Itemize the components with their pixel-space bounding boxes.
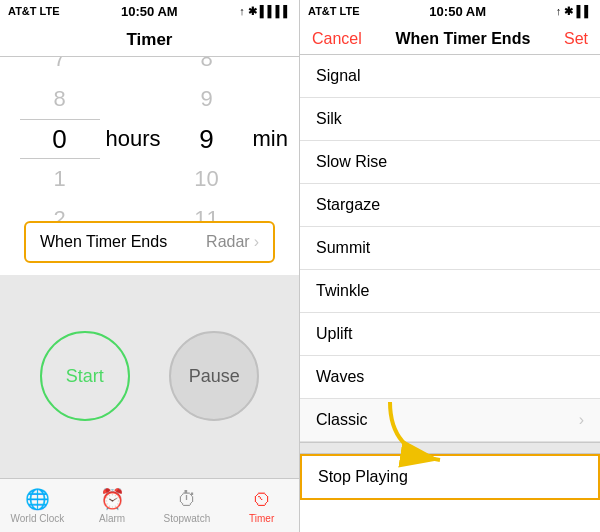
buttons-area: Start Pause: [0, 275, 299, 479]
min-item-9b: 9: [167, 79, 247, 119]
hour-selected: 0: [20, 119, 100, 159]
when-timer-current: Radar: [206, 233, 250, 251]
sound-item-slow-rise[interactable]: Slow Rise: [300, 141, 600, 184]
sound-name-twinkle: Twinkle: [316, 282, 369, 300]
sound-item-twinkle[interactable]: Twinkle: [300, 270, 600, 313]
sound-item-silk[interactable]: Silk: [300, 98, 600, 141]
world-clock-icon: 🌐: [25, 487, 50, 511]
sound-name-classic: Classic: [316, 411, 368, 429]
pause-button[interactable]: Pause: [169, 331, 259, 421]
carrier-right: AT&T LTE: [308, 5, 360, 17]
tab-world-clock-label: World Clock: [11, 513, 65, 524]
hours-column[interactable]: 6 7 8 0 1 2 3: [20, 57, 100, 221]
sound-item-signal[interactable]: Signal: [300, 55, 600, 98]
stop-playing-label: Stop Playing: [318, 468, 408, 486]
when-timer-wrapper[interactable]: When Timer Ends Radar ›: [0, 221, 299, 275]
hours-label: hours: [102, 119, 165, 159]
status-right-left: ↑ ✱ ▌▌▌▌: [239, 5, 291, 18]
sound-item-waves[interactable]: Waves: [300, 356, 600, 399]
timer-icon: ⏲: [252, 488, 272, 511]
hour-item-2: 2: [20, 199, 100, 221]
sound-item-stargaze[interactable]: Stargaze: [300, 184, 600, 227]
sound-name-waves: Waves: [316, 368, 364, 386]
cancel-button[interactable]: Cancel: [312, 30, 362, 48]
when-timer-row[interactable]: When Timer Ends Radar ›: [24, 221, 275, 263]
minutes-column[interactable]: - 8 9 9 10 11 12: [167, 57, 247, 221]
hour-item-7: 7: [20, 57, 100, 79]
chevron-classic-icon: ›: [579, 411, 584, 429]
tab-stopwatch-label: Stopwatch: [164, 513, 211, 524]
alarm-icon: ⏰: [100, 487, 125, 511]
min-label: min: [249, 119, 292, 159]
hours-label-col: hours: [100, 119, 167, 159]
hour-item-1: 1: [20, 159, 100, 199]
when-timer-value: Radar ›: [206, 233, 259, 251]
signal-icon: ↑ ✱ ▌▌▌▌: [239, 5, 291, 18]
picker-area[interactable]: 6 7 8 0 1 2 3 hours - 8 9: [0, 57, 299, 221]
nav-bar-left: Timer: [0, 22, 299, 57]
min-item-8b: 8: [167, 57, 247, 79]
time-left: 10:50 AM: [121, 4, 178, 19]
stopwatch-icon: ⏱: [177, 488, 197, 511]
left-panel: AT&T LTE 10:50 AM ↑ ✱ ▌▌▌▌ Timer 6 7 8 0…: [0, 0, 300, 532]
tab-world-clock[interactable]: 🌐 World Clock: [0, 479, 75, 532]
time-right: 10:50 AM: [429, 4, 486, 19]
status-left: AT&T LTE: [8, 5, 60, 17]
carrier-left: AT&T LTE: [8, 5, 60, 17]
right-panel: AT&T LTE 10:50 AM ↑ ✱ ▌▌ Cancel When Tim…: [300, 0, 600, 532]
tab-timer-label: Timer: [249, 513, 274, 524]
start-button[interactable]: Start: [40, 331, 130, 421]
right-title: When Timer Ends: [395, 30, 530, 48]
min-item-10: 10: [167, 159, 247, 199]
chevron-right-icon: ›: [254, 233, 259, 251]
sound-name-silk: Silk: [316, 110, 342, 128]
when-timer-label: When Timer Ends: [40, 233, 167, 251]
tab-stopwatch[interactable]: ⏱ Stopwatch: [150, 479, 225, 532]
min-label-col: min: [247, 119, 294, 159]
sound-name-stargaze: Stargaze: [316, 196, 380, 214]
sound-item-summit[interactable]: Summit: [300, 227, 600, 270]
picker-scroll: 6 7 8 0 1 2 3 hours - 8 9: [20, 57, 280, 221]
sound-name-signal: Signal: [316, 67, 360, 85]
status-icons-right: ↑ ✱ ▌▌: [556, 5, 592, 18]
stop-playing-item[interactable]: Stop Playing: [300, 454, 600, 500]
min-selected: 9: [167, 119, 247, 159]
tab-timer[interactable]: ⏲ Timer: [224, 479, 299, 532]
tab-bar: 🌐 World Clock ⏰ Alarm ⏱ Stopwatch ⏲ Time…: [0, 478, 299, 532]
left-title: Timer: [127, 30, 173, 49]
pause-label: Pause: [189, 366, 240, 387]
sound-item-uplift[interactable]: Uplift: [300, 313, 600, 356]
sound-item-classic[interactable]: Classic ›: [300, 399, 600, 442]
status-bar-right: AT&T LTE 10:50 AM ↑ ✱ ▌▌: [300, 0, 600, 22]
start-label: Start: [66, 366, 104, 387]
section-divider: [300, 442, 600, 454]
hour-item-8: 8: [20, 79, 100, 119]
set-button[interactable]: Set: [564, 30, 588, 48]
status-bar-left: AT&T LTE 10:50 AM ↑ ✱ ▌▌▌▌: [0, 0, 299, 22]
sound-list: Signal Silk Slow Rise Stargaze Summit Tw…: [300, 55, 600, 532]
sound-name-summit: Summit: [316, 239, 370, 257]
min-item-11: 11: [167, 199, 247, 221]
sound-name-uplift: Uplift: [316, 325, 352, 343]
stop-playing-section: Stop Playing: [300, 442, 600, 500]
tab-alarm-label: Alarm: [99, 513, 125, 524]
sound-name-slow-rise: Slow Rise: [316, 153, 387, 171]
nav-bar-right: Cancel When Timer Ends Set: [300, 22, 600, 55]
tab-alarm[interactable]: ⏰ Alarm: [75, 479, 150, 532]
